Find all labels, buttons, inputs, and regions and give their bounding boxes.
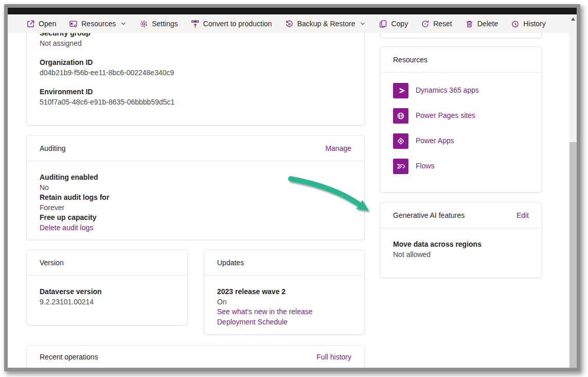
- backup-restore-button[interactable]: Backup & Restore: [285, 20, 366, 28]
- toolbar-label: Open: [39, 20, 56, 28]
- resource-label: Power Apps: [416, 136, 454, 146]
- scrollbar-up-arrow-icon[interactable]: [571, 18, 575, 21]
- chevron-down-icon: [120, 21, 127, 27]
- toolbar-label: History: [523, 20, 546, 28]
- reset-button[interactable]: Reset: [421, 20, 452, 28]
- field-value: Not allowed: [393, 250, 529, 260]
- resources-card: Resources Dynamics 365 apps Power Pages …: [380, 46, 542, 193]
- toolbar-label: Convert to production: [203, 20, 272, 28]
- field-label: Free up capacity: [40, 213, 351, 223]
- field-label: Dataverse version: [40, 287, 174, 297]
- generative-ai-card: Generative AI features Edit Move data ac…: [380, 202, 542, 278]
- updates-card: Updates 2023 release wave 2 On See what'…: [204, 249, 365, 335]
- auditing-card: Auditing Manage Auditing enabled No Reta…: [26, 135, 365, 240]
- resource-item-power-pages[interactable]: Power Pages sites: [393, 108, 529, 124]
- window-titlebar: [8, 8, 577, 14]
- field-label: Retain audit logs for: [40, 193, 351, 203]
- field-value: 510f7a05-48c6-e91b-8635-06bbbb59d5c1: [40, 97, 351, 108]
- convert-to-production-icon: [191, 20, 200, 28]
- toolbar-label: Backup & Restore: [297, 20, 355, 28]
- history-button[interactable]: History: [511, 20, 546, 28]
- scrollbar-thumb[interactable]: [569, 142, 577, 368]
- dynamics-365-icon: [393, 83, 408, 98]
- release-notes-link[interactable]: See what's new in the release: [217, 307, 313, 316]
- card-title: Version: [40, 259, 64, 267]
- delete-button[interactable]: Delete: [465, 20, 498, 28]
- resource-label: Flows: [416, 161, 435, 172]
- field-label: Organization ID: [40, 58, 351, 68]
- gear-icon: [139, 20, 148, 28]
- power-apps-icon: [393, 133, 408, 149]
- toolbar-label: Reset: [433, 20, 452, 28]
- convert-to-production-button[interactable]: Convert to production: [191, 20, 272, 28]
- resource-item-dynamics365[interactable]: Dynamics 365 apps: [393, 83, 529, 98]
- backup-restore-icon: [285, 20, 294, 28]
- field-label: 2023 release wave 2: [217, 287, 351, 297]
- resource-item-power-apps[interactable]: Power Apps: [393, 133, 529, 149]
- card-title: Auditing: [40, 144, 66, 152]
- card-title: Recent operations: [40, 353, 98, 361]
- resources-button[interactable]: Resources: [69, 20, 127, 28]
- resource-label: Dynamics 365 apps: [416, 85, 479, 96]
- window-frame: Open Resources Settings Convert to produ…: [4, 4, 580, 371]
- toolbar-label: Resources: [81, 20, 116, 28]
- resource-item-flows[interactable]: Flows: [393, 159, 529, 174]
- toolbar-label: Settings: [152, 20, 178, 28]
- environment-detail-page: Security group Not assigned Organization…: [8, 33, 569, 368]
- card-title: Resources: [393, 56, 427, 64]
- recent-operations-card: Recent operations Full history: [26, 345, 365, 368]
- vertical-scrollbar[interactable]: [569, 14, 577, 368]
- settings-button[interactable]: Settings: [139, 20, 178, 28]
- delete-audit-logs-link[interactable]: Delete audit logs: [40, 224, 93, 232]
- history-icon: [511, 20, 520, 28]
- field-value: On: [217, 297, 351, 307]
- field-value: Forever: [40, 203, 351, 213]
- field-value: d04b21b9-f56b-ee11-8bc6-002248e340c9: [40, 68, 351, 78]
- chevron-down-icon: [360, 21, 366, 27]
- version-card: Version Dataverse version 9.2.23101.0021…: [26, 249, 188, 325]
- field-value: Not assigned: [40, 39, 351, 49]
- environment-details-card: Security group Not assigned Organization…: [26, 33, 365, 126]
- delete-icon: [465, 20, 474, 28]
- field-value: No: [40, 183, 351, 193]
- toolbar-label: Delete: [477, 20, 498, 28]
- open-icon: [26, 20, 35, 28]
- full-history-link[interactable]: Full history: [316, 353, 351, 361]
- flows-icon: [393, 159, 408, 174]
- resources-icon: [69, 20, 78, 28]
- field-label: Auditing enabled: [40, 173, 351, 183]
- manage-link[interactable]: Manage: [325, 144, 351, 152]
- command-toolbar: Open Resources Settings Convert to produ…: [8, 14, 569, 33]
- field-label: Move data across regions: [393, 239, 529, 250]
- deployment-schedule-link[interactable]: Deployment Schedule: [217, 318, 288, 326]
- toolbar-label: Copy: [391, 20, 408, 28]
- card-title: Generative AI features: [393, 211, 465, 219]
- partial-card-bottom: [380, 33, 542, 38]
- reset-icon: [421, 20, 430, 28]
- copy-icon: [379, 20, 387, 28]
- resource-label: Power Pages sites: [416, 111, 475, 121]
- field-label: Security group: [40, 33, 351, 39]
- card-title: Updates: [217, 259, 244, 267]
- copy-button[interactable]: Copy: [379, 20, 408, 28]
- field-label: Environment ID: [40, 87, 351, 97]
- power-pages-icon: [393, 108, 408, 124]
- field-value: 9.2.23101.00214: [40, 297, 174, 307]
- edit-link[interactable]: Edit: [516, 211, 529, 219]
- open-button[interactable]: Open: [26, 20, 56, 28]
